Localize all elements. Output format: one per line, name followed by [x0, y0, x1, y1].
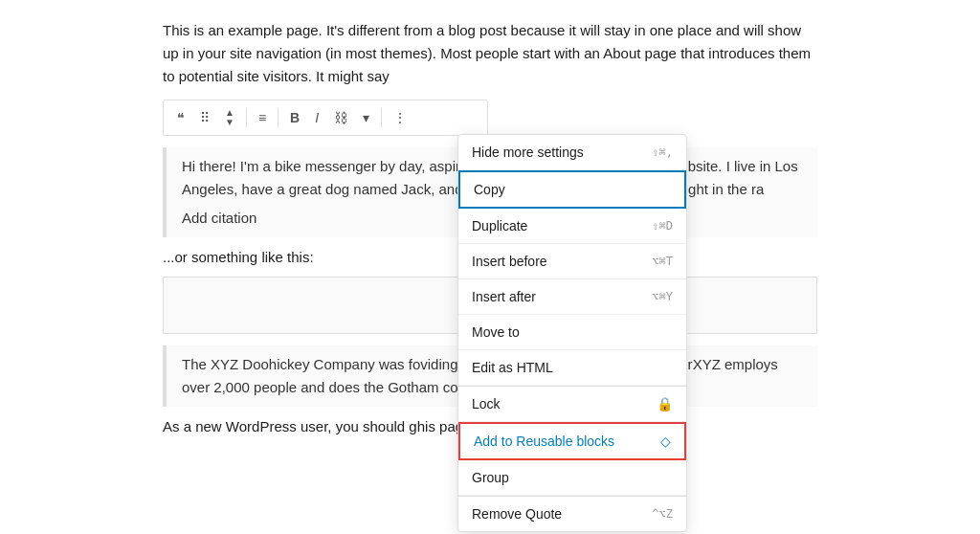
chevron-button[interactable]: ▾: [357, 106, 375, 129]
menu-item-lock[interactable]: Lock 🔒: [458, 387, 686, 422]
menu-item-label: Duplicate: [472, 218, 527, 234]
context-menu: Hide more settings ⇧⌘, Copy Duplicate ⇧⌘…: [457, 134, 687, 532]
quote-toolbar-icon[interactable]: ❝: [171, 106, 190, 129]
menu-item-label: Move to: [472, 324, 520, 340]
menu-item-label: Insert before: [472, 254, 547, 269]
menu-item-edit-html[interactable]: Edit as HTML: [458, 350, 686, 386]
reusable-icon: ◇: [660, 434, 671, 449]
toolbar-divider-3: [381, 108, 382, 127]
menu-item-label: Edit as HTML: [472, 360, 553, 375]
menu-item-label: Insert after: [472, 289, 536, 304]
intro-paragraph: This is an example page. It's different …: [163, 19, 817, 88]
menu-item-label: Group: [472, 470, 509, 485]
menu-item-shortcut: ⇧⌘,: [652, 145, 673, 159]
menu-item-copy[interactable]: Copy: [458, 170, 686, 209]
more-options-button[interactable]: ⋮: [388, 106, 412, 129]
bold-button[interactable]: B: [284, 106, 305, 129]
toolbar-divider-2: [278, 108, 278, 127]
menu-item-insert-after[interactable]: Insert after ⌥⌘Y: [458, 279, 686, 315]
menu-item-duplicate[interactable]: Duplicate ⇧⌘D: [458, 209, 686, 244]
menu-item-label: Add to Reusable blocks: [474, 434, 614, 449]
menu-item-label: Hide more settings: [472, 145, 584, 160]
italic-button[interactable]: I: [309, 106, 324, 129]
menu-item-hide-settings[interactable]: Hide more settings ⇧⌘,: [458, 135, 686, 170]
link-button[interactable]: ⛓: [328, 106, 353, 129]
block-toolbar: ❝ ⠿ ▲▼ ≡ B I ⛓ ▾ ⋮: [163, 100, 488, 136]
menu-item-label: Remove Quote: [472, 506, 562, 522]
menu-item-move-to[interactable]: Move to: [458, 315, 686, 350]
menu-item-label: Lock: [472, 396, 501, 412]
menu-item-label: Copy: [474, 182, 505, 197]
lock-icon: 🔒: [657, 396, 673, 412]
drag-handle[interactable]: ⠿: [194, 106, 215, 129]
menu-item-shortcut: ^⌥Z: [652, 507, 673, 521]
toolbar-divider-1: [246, 108, 247, 127]
move-arrows[interactable]: ▲▼: [219, 104, 240, 131]
menu-item-shortcut: ⇧⌘D: [652, 219, 673, 233]
align-button[interactable]: ≡: [253, 106, 272, 129]
menu-item-remove-quote[interactable]: Remove Quote ^⌥Z: [458, 497, 686, 531]
menu-item-group[interactable]: Group: [458, 460, 686, 496]
menu-item-insert-before[interactable]: Insert before ⌥⌘T: [458, 244, 686, 279]
menu-item-shortcut: ⌥⌘T: [652, 255, 673, 268]
menu-item-shortcut: ⌥⌘Y: [652, 290, 673, 303]
menu-item-add-reusable[interactable]: Add to Reusable blocks ◇: [458, 422, 686, 460]
